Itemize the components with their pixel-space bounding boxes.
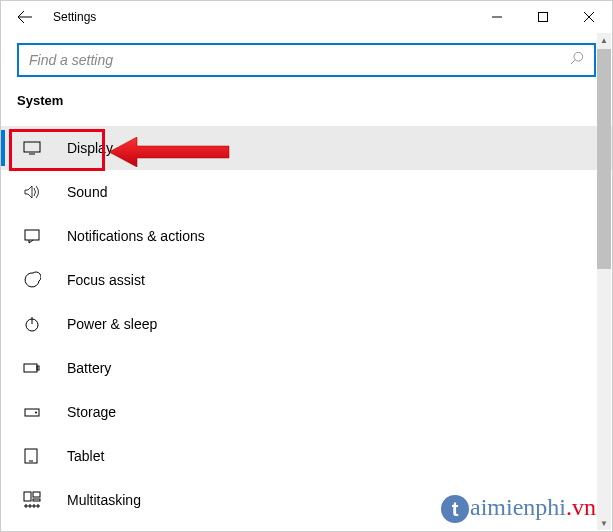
nav-item-sound[interactable]: Sound: [1, 170, 612, 214]
nav-item-label: Display: [67, 140, 113, 156]
scrollbar[interactable]: ▲ ▼: [597, 33, 611, 530]
nav-item-power-sleep[interactable]: Power & sleep: [1, 302, 612, 346]
battery-icon: [23, 359, 47, 377]
search-icon: [570, 51, 584, 69]
multitasking-icon: [23, 491, 47, 509]
nav-item-display[interactable]: Display: [1, 126, 612, 170]
close-button[interactable]: [566, 1, 612, 33]
storage-icon: [23, 403, 47, 421]
focus-icon: [23, 271, 47, 289]
window-title: Settings: [53, 10, 96, 24]
search-input[interactable]: [29, 52, 570, 68]
svg-rect-1: [539, 13, 548, 22]
nav-item-label: Tablet: [67, 448, 104, 464]
svg-line-5: [571, 60, 575, 64]
scrollbar-down-button[interactable]: ▼: [597, 516, 611, 530]
nav-list: Display Sound Notifications & actions Fo…: [1, 126, 612, 526]
display-icon: [23, 139, 47, 157]
nav-item-label: Multitasking: [67, 492, 141, 508]
search-box[interactable]: [17, 43, 596, 77]
minimize-button[interactable]: [474, 1, 520, 33]
search-container: [1, 33, 612, 87]
nav-item-label: Battery: [67, 360, 111, 376]
nav-item-label: Sound: [67, 184, 107, 200]
maximize-icon: [538, 12, 548, 22]
svg-rect-11: [24, 364, 37, 372]
maximize-button[interactable]: [520, 1, 566, 33]
minimize-icon: [492, 12, 502, 22]
tablet-icon: [23, 447, 47, 465]
notifications-icon: [23, 227, 47, 245]
nav-item-focus-assist[interactable]: Focus assist: [1, 258, 612, 302]
nav-item-notifications[interactable]: Notifications & actions: [1, 214, 612, 258]
svg-rect-6: [24, 142, 40, 152]
svg-point-14: [35, 412, 37, 414]
nav-item-storage[interactable]: Storage: [1, 390, 612, 434]
svg-rect-8: [25, 230, 39, 240]
nav-item-multitasking[interactable]: Multitasking: [1, 478, 612, 522]
scrollbar-up-button[interactable]: ▲: [597, 33, 611, 47]
sound-icon: [23, 183, 47, 201]
section-header: System: [1, 87, 612, 126]
svg-rect-12: [37, 366, 39, 370]
titlebar: Settings: [1, 1, 612, 33]
back-button[interactable]: [9, 1, 41, 33]
arrow-left-icon: [17, 9, 33, 25]
scrollbar-thumb[interactable]: [597, 49, 611, 269]
svg-rect-19: [33, 499, 40, 501]
svg-rect-17: [24, 492, 31, 501]
nav-item-label: Storage: [67, 404, 116, 420]
nav-item-projecting[interactable]: Projecting to this PC: [1, 522, 612, 526]
nav-item-label: Notifications & actions: [67, 228, 205, 244]
nav-item-label: Power & sleep: [67, 316, 157, 332]
nav-item-tablet[interactable]: Tablet: [1, 434, 612, 478]
nav-item-label: Focus assist: [67, 272, 145, 288]
window-controls: [474, 1, 612, 33]
close-icon: [584, 12, 594, 22]
nav-item-battery[interactable]: Battery: [1, 346, 612, 390]
svg-rect-18: [33, 492, 40, 497]
power-icon: [23, 315, 47, 333]
